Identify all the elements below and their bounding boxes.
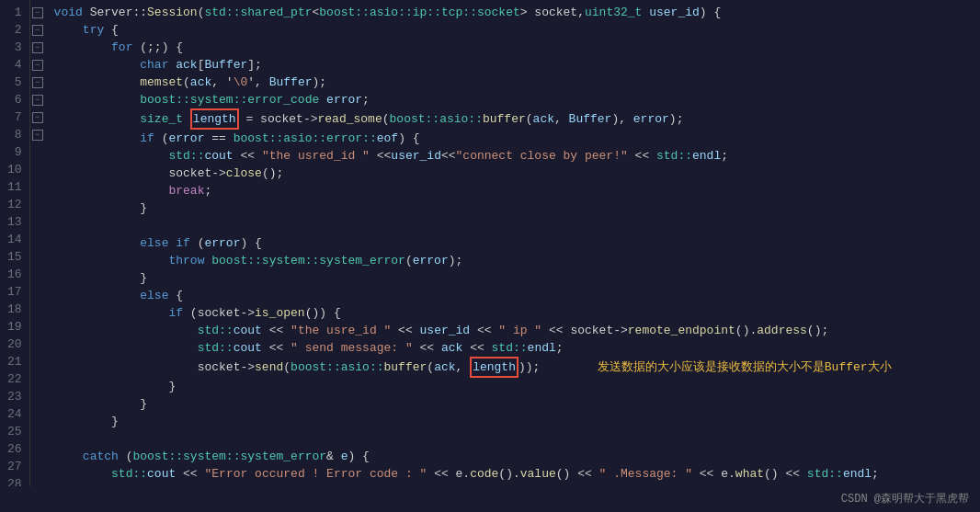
keyword-token: if (140, 130, 154, 147)
operator-token: (); (807, 322, 828, 339)
indent (54, 358, 198, 376)
indent (54, 339, 198, 357)
variable-token: ack (441, 339, 462, 357)
operator-token: socket-> (168, 165, 225, 182)
operator-token: () << (556, 465, 599, 483)
fold-icon[interactable]: − (32, 21, 45, 39)
fold-icon[interactable]: − (32, 39, 45, 56)
highlight-token2: length (470, 357, 518, 378)
operator-token: ; (721, 147, 728, 165)
keyword-token: for (111, 39, 132, 56)
fold-icon[interactable]: − (32, 91, 45, 108)
operator-token: ) (526, 358, 533, 376)
function-token: read_some (318, 110, 382, 128)
code-line: for (;;) { (54, 39, 980, 56)
operator-token: (); (262, 165, 283, 182)
operator-token (168, 56, 176, 74)
operator-token: ', (247, 74, 268, 91)
operator-token: < (313, 4, 320, 21)
variable-token: endl (528, 339, 556, 357)
line-number: 6 (7, 91, 22, 108)
operator-token: << e. (692, 465, 735, 483)
line-number: 24 (7, 405, 22, 423)
operator-token: ) (518, 358, 526, 376)
indent (54, 91, 141, 108)
class-token: std::shared_ptr (204, 4, 312, 21)
code-line: break; (54, 182, 980, 199)
operator-token: ) { (398, 130, 419, 147)
operator-token: , (456, 358, 471, 376)
operator-token: << (462, 339, 491, 357)
indent (54, 483, 83, 486)
highlight-token: length (190, 108, 239, 130)
variable-token: error (633, 110, 669, 128)
keyword-token: try (83, 21, 104, 39)
fold-column: −−−−−−−− (30, 0, 47, 486)
operator-token: } (140, 269, 147, 287)
code-line: else { (54, 287, 980, 304)
function-token: memset (140, 74, 183, 91)
line-number: 11 (7, 178, 22, 196)
function-token: code (470, 465, 498, 483)
operator-token: , ' (211, 74, 233, 91)
line-number: 22 (7, 370, 22, 388)
operator-token: (socket-> (183, 304, 255, 322)
line-number: 20 (7, 336, 22, 353)
keyword-token: else (140, 287, 168, 304)
fold-icon[interactable]: − (32, 56, 45, 74)
operator-token: ()) { (305, 304, 341, 322)
class-token: boost::asio::ip::tcp::socket (319, 4, 519, 21)
line-number: 3 (7, 39, 22, 56)
operator-token: ; (362, 91, 370, 108)
operator-token: ( (405, 252, 413, 269)
operator-token: ), (611, 110, 632, 128)
fold-icon[interactable]: − (32, 108, 45, 126)
operator-token: << (370, 147, 391, 165)
fold-icon[interactable]: − (32, 74, 45, 91)
keyword-token: void (54, 4, 83, 21)
code-line: } (54, 199, 980, 217)
line-numbers: 1234567891011121314151617181920212223242… (0, 0, 30, 486)
operator-token: () << (764, 465, 807, 483)
indent (54, 304, 169, 322)
operator-token: ); (313, 74, 327, 91)
indent (54, 395, 141, 413)
code-line: } (54, 395, 980, 413)
class-token: std:: (168, 147, 204, 165)
line-number: 28 (7, 475, 22, 486)
function-token: send (255, 358, 283, 376)
indent (54, 165, 169, 182)
string-token: "Error occured ! Error code : " (204, 465, 427, 483)
code-line: throw boost::system::system_error(error)… (54, 252, 980, 269)
keyword-token: throw (168, 252, 204, 269)
class-token: boost::asio:: (291, 358, 383, 376)
class-token: std:: (198, 339, 234, 357)
keyword2-token: break (168, 182, 204, 199)
code-line: socket->send(boost::asio::buffer(ack, le… (54, 357, 980, 378)
operator-token: ]; (247, 56, 262, 74)
code-line: char ack[Buffer]; (54, 56, 980, 74)
line-number: 12 (7, 196, 22, 213)
operator-token: (;;) { (132, 39, 183, 56)
code-line (54, 217, 980, 234)
indent (54, 217, 141, 234)
fold-icon[interactable]: − (32, 4, 45, 21)
operator-token: << (234, 147, 262, 165)
variable-token: endl (692, 147, 721, 165)
operator-token (642, 4, 649, 21)
variable-token: user_id (649, 4, 700, 21)
variable-token: e (341, 448, 348, 465)
operator-token: << (176, 465, 204, 483)
code-line: else if (error) { (54, 234, 980, 252)
code-line: std::cout << " send message: " << ack <<… (54, 339, 980, 357)
operator-token: } (140, 395, 147, 413)
fold-icon[interactable]: − (32, 126, 45, 143)
indent (54, 287, 141, 304)
code-line: try { (54, 21, 980, 39)
indent (54, 110, 141, 128)
line-number: 1 (7, 4, 22, 21)
operator-token: ( (190, 234, 205, 252)
indent (54, 130, 141, 147)
operator-token: << (441, 147, 456, 165)
variable-token: ack (190, 74, 211, 91)
